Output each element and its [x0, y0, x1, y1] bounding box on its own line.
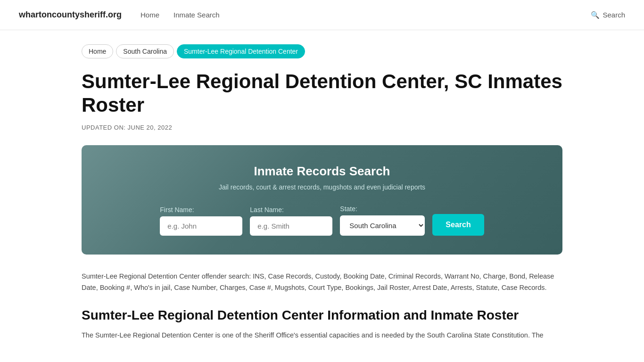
breadcrumb-home[interactable]: Home — [82, 44, 113, 58]
nav-inmate-search[interactable]: Inmate Search — [173, 11, 220, 19]
search-section-title: Inmate Records Search — [96, 164, 548, 179]
search-form: First Name: Last Name: State: AlabamaAla… — [96, 205, 548, 236]
search-button[interactable]: Search — [432, 214, 484, 236]
search-icon: 🔍 — [591, 11, 600, 19]
nav-home[interactable]: Home — [140, 11, 159, 19]
search-section-subtitle: Jail records, court & arrest records, mu… — [96, 183, 548, 191]
state-label: State: — [340, 205, 357, 213]
nav-links: Home Inmate Search — [140, 11, 591, 19]
first-name-label: First Name: — [160, 206, 194, 214]
breadcrumb: Home South Carolina Sumter-Lee Regional … — [82, 44, 562, 58]
search-section: Inmate Records Search Jail records, cour… — [82, 145, 562, 255]
nav-search-button[interactable]: 🔍 Search — [591, 11, 625, 19]
state-select[interactable]: AlabamaAlaskaArizonaArkansasCaliforniaCo… — [340, 215, 425, 236]
last-name-group: Last Name: — [250, 206, 332, 236]
last-name-label: Last Name: — [250, 206, 284, 214]
info-section-body: The Sumter-Lee Regional Detention Center… — [82, 329, 562, 341]
last-name-input[interactable] — [250, 216, 332, 236]
updated-on: UPDATED ON: JUNE 20, 2022 — [82, 124, 562, 131]
navbar: whartoncountysheriff.org Home Inmate Sea… — [0, 0, 644, 30]
nav-search-label: Search — [603, 11, 625, 19]
description-text: Sumter-Lee Regional Detention Center off… — [82, 271, 562, 294]
breadcrumb-detention-center[interactable]: Sumter-Lee Regional Detention Center — [177, 44, 305, 58]
info-section-heading: Sumter-Lee Regional Detention Center Inf… — [82, 308, 562, 323]
first-name-group: First Name: — [160, 206, 242, 236]
page-title: Sumter-Lee Regional Detention Center, SC… — [82, 70, 562, 117]
state-group: State: AlabamaAlaskaArizonaArkansasCalif… — [340, 205, 425, 236]
first-name-input[interactable] — [160, 216, 242, 236]
site-brand[interactable]: whartoncountysheriff.org — [19, 10, 122, 20]
breadcrumb-south-carolina[interactable]: South Carolina — [116, 44, 174, 58]
main-content: Home South Carolina Sumter-Lee Regional … — [63, 30, 581, 355]
